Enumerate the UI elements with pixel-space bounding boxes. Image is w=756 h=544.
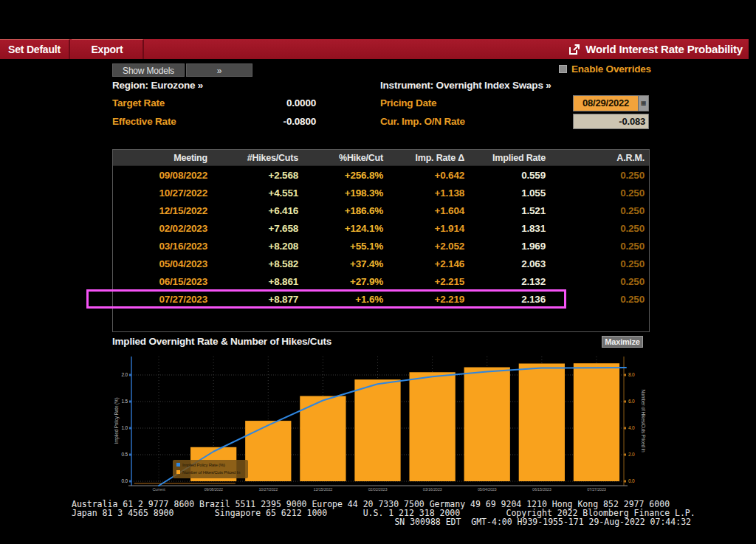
bar-hikes-cuts (464, 368, 510, 481)
left-axis-title: Implied Policy Rate (%) (114, 397, 120, 444)
left-axis-tick-label: 0.5 (122, 452, 128, 457)
table-cell: 0.559 (469, 170, 550, 181)
effective-rate-label: Effective Rate (112, 116, 176, 127)
table-cell: 0.250 (550, 258, 649, 269)
table-cell: 2.136 (469, 294, 550, 305)
left-axis-tick-label: 0.0 (122, 478, 128, 483)
target-rate-label: Target Rate (112, 97, 165, 109)
table-cell: 0.250 (550, 241, 649, 252)
table-cell: +186.6% (303, 205, 388, 216)
table-cell: 0.250 (550, 276, 649, 287)
target-rate-value: 0.0000 (207, 97, 316, 109)
expand-models-button[interactable]: » (186, 63, 252, 77)
right-axis-tick-label: 0.0 (628, 478, 635, 483)
column-header-imp-rate-delta[interactable]: Imp. Rate Δ (388, 153, 469, 163)
table-cell: +6.416 (212, 205, 303, 216)
window-title-group: World Interest Rate Probability (568, 39, 743, 59)
bloomberg-wirp-screen: Set Default Export World Interest Rate P… (0, 0, 756, 544)
x-axis-label: 07/27/2023 (587, 487, 606, 492)
bar-hikes-cuts (300, 396, 346, 481)
x-axis-label: Current (153, 487, 166, 492)
chart-title: Implied Overnight Rate & Number of Hikes… (112, 336, 331, 347)
table-cell: +2.219 (388, 294, 469, 305)
toolbar: Set Default Export World Interest Rate P… (0, 39, 749, 59)
table-cell: 0.250 (550, 223, 649, 234)
table-cell: 10/27/2022 (113, 187, 212, 199)
x-axis-label: 03/16/2023 (423, 487, 442, 492)
right-axis-title: Number of Hikes/Cuts Priced In (641, 389, 646, 452)
table-cell: +2.568 (212, 170, 303, 181)
calendar-icon[interactable]: ▦ (638, 96, 648, 111)
column-header-hike-cut-pct[interactable]: %Hike/Cut (303, 153, 388, 163)
table-cell: +8.877 (212, 294, 303, 305)
legend-label-bar: Number of Hikes/Cuts Priced In (182, 470, 240, 475)
table-row[interactable]: 09/08/2022+2.568+256.8%+0.6420.5590.250 (113, 166, 649, 184)
legend-swatch-line (176, 463, 180, 466)
table-row[interactable]: 10/27/2022+4.551+198.3%+1.1381.0550.250 (113, 184, 649, 202)
pricing-date-value[interactable]: 08/29/2022 (574, 96, 638, 111)
x-axis-label: 05/04/2023 (478, 487, 497, 492)
table-row[interactable]: 03/16/2023+8.208+55.1%+2.0521.9690.250 (113, 237, 649, 255)
right-axis-tick-label: 8.0 (628, 372, 635, 377)
table-cell: 2.132 (469, 276, 550, 287)
column-header-meeting[interactable]: Meeting (113, 153, 212, 163)
table-cell: +55.1% (303, 241, 388, 252)
instrument-selector[interactable]: Instrument: Overnight Index Swaps » (380, 80, 551, 91)
table-row[interactable]: 02/02/2023+7.658+124.1%+1.9141.8310.250 (113, 219, 649, 237)
table-row[interactable]: 12/15/2022+6.416+186.6%+1.6041.5210.250 (113, 202, 649, 219)
table-cell: 1.055 (469, 187, 550, 199)
table-cell: +256.8% (303, 170, 388, 181)
ticker-line-3: SN 300988 EDT GMT-4:00 H939-1955-171 29-… (0, 517, 756, 526)
chart: 0.00.00.52.01.04.01.56.02.08.0Current09/… (111, 350, 650, 499)
bar-hikes-cuts (245, 421, 291, 481)
left-axis-tick-label: 2.0 (122, 372, 128, 377)
cur-imp-rate-label: Cur. Imp. O/N Rate (380, 116, 465, 127)
column-header-arm[interactable]: A.R.M. (550, 153, 649, 163)
table-cell: 03/16/2023 (113, 241, 212, 252)
right-axis-tick-label: 4.0 (628, 425, 635, 430)
meetings-table: Meeting #Hikes/Cuts %Hike/Cut Imp. Rate … (112, 149, 650, 332)
right-axis-tick-label: 6.0 (628, 399, 635, 404)
bar-hikes-cuts (409, 372, 455, 481)
launch-icon (568, 44, 580, 55)
export-button[interactable]: Export (72, 39, 144, 59)
table-cell: +27.9% (303, 276, 388, 287)
enable-overrides-checkbox[interactable] (559, 65, 567, 73)
chart-title-bar: Implied Overnight Rate & Number of Hikes… (112, 336, 649, 349)
x-axis-label: 09/08/2022 (204, 487, 223, 492)
x-axis-label: 02/02/2023 (368, 487, 388, 492)
table-cell: 06/15/2023 (113, 276, 212, 287)
table-cell: +198.3% (303, 187, 388, 199)
x-axis-label: 10/27/2022 (259, 487, 278, 492)
table-cell: +37.4% (303, 258, 388, 269)
table-cell: +2.146 (388, 258, 469, 269)
table-cell: 0.250 (550, 187, 649, 199)
ticker-footer: Australia 61 2 9777 8600 Brazil 5511 239… (0, 500, 756, 526)
table-header-row: Meeting #Hikes/Cuts %Hike/Cut Imp. Rate … (113, 150, 649, 166)
set-default-button[interactable]: Set Default (0, 39, 70, 59)
pricing-date-label: Pricing Date (380, 97, 436, 109)
table-row[interactable]: 07/27/2023+8.877+1.6%+2.2192.1360.250 (113, 290, 649, 308)
table-cell: 1.521 (469, 205, 550, 216)
legend-swatch-bar (176, 470, 180, 474)
table-cell: +2.215 (388, 276, 469, 287)
column-header-implied-rate[interactable]: Implied Rate (469, 153, 550, 163)
legend-label-line: Implied Policy Rate (%) (182, 463, 225, 467)
show-models-button[interactable]: Show Models (112, 63, 185, 77)
table-cell: 0.250 (550, 205, 649, 216)
table-cell: 07/27/2023 (113, 294, 212, 305)
pricing-date-field[interactable]: 08/29/2022 ▦ (573, 95, 649, 111)
table-body: 09/08/2022+2.568+256.8%+0.6420.5590.2501… (113, 166, 649, 308)
maximize-button[interactable]: Maximize (602, 336, 643, 348)
column-header-hikes-cuts[interactable]: #Hikes/Cuts (212, 153, 303, 163)
region-selector[interactable]: Region: Eurozone » (112, 80, 203, 91)
table-cell: 1.831 (469, 223, 550, 234)
table-cell: 02/02/2023 (113, 223, 212, 234)
table-cell: 12/15/2022 (113, 205, 212, 216)
table-row[interactable]: 06/15/2023+8.861+27.9%+2.2152.1320.250 (113, 272, 649, 290)
table-row[interactable]: 05/04/2023+8.582+37.4%+2.1462.0630.250 (113, 255, 649, 272)
cur-imp-rate-field[interactable]: -0.083 (573, 114, 649, 129)
table-cell: 2.063 (469, 258, 550, 269)
page-title: World Interest Rate Probability (585, 43, 743, 55)
enable-overrides-label: Enable Overrides (571, 63, 651, 75)
